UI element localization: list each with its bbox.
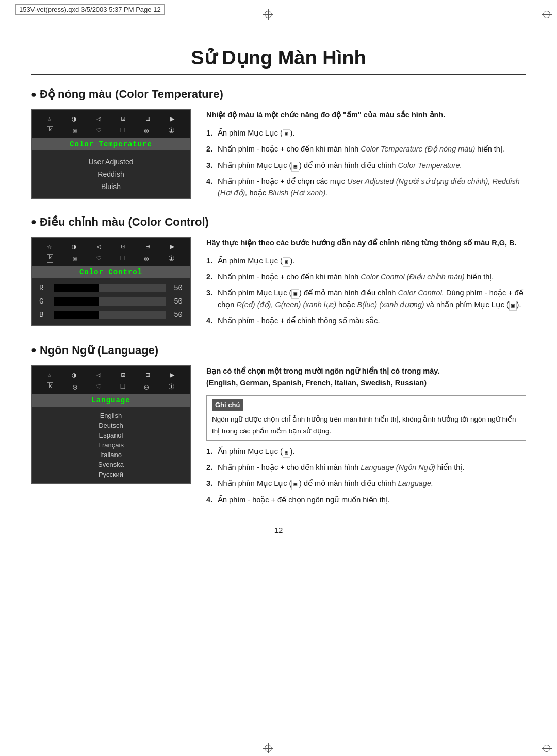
lang-deutsch: Deutsch: [47, 421, 174, 430]
section1-header: Độ nóng màu (Color Temperature): [31, 88, 526, 101]
info-icon3: ①: [168, 382, 175, 391]
info-icon: ①: [168, 126, 175, 135]
brightness-icon: ☆: [47, 114, 52, 123]
osd-color-b: B 50: [32, 308, 190, 322]
osd3-icons-row2: k ◎ ♡ □ ◎ ①: [32, 381, 190, 394]
section1-instructions: Nhiệt độ màu là một chức năng đo độ "ấm"…: [206, 109, 526, 203]
heart-icon2: ♡: [96, 254, 101, 263]
section1-step4: 4. Nhấn phím - hoặc + để chọn các mục Us…: [206, 176, 526, 199]
section1-step3: 3. Nhấn phím Mục Lục (▣) để mở màn hình …: [206, 160, 526, 172]
page-number: 12: [31, 526, 526, 534]
back-icon: ◁: [96, 114, 101, 123]
section3-body: ☆ ◑ ◁ ⊡ ⊞ ▶ k ◎ ♡ □ ◎ ① Language English…: [31, 365, 526, 510]
step-text: Ấn phím Mục Lục (▣).: [218, 446, 294, 458]
section3-osd-title: Language: [32, 394, 190, 407]
step-num: 3.: [206, 478, 218, 490]
osd-color-g: G 50: [32, 295, 190, 308]
lang-francais: Français: [47, 440, 174, 450]
k-icon: k: [47, 126, 54, 135]
osd-b-fill: [54, 311, 99, 319]
section3-step3: 3. Nhấn phím Mục Lục (▣) để mở màn hình …: [206, 478, 526, 490]
back-icon2: ◁: [96, 242, 101, 251]
section2-header: Điều chỉnh màu (Color Control): [31, 215, 526, 229]
heart-icon: ♡: [96, 126, 101, 135]
k-icon2: k: [47, 254, 54, 263]
circle-icon: ◎: [144, 126, 149, 135]
section3-note: Ghi chú Ngôn ngữ được chọn chỉ ảnh hưởng…: [206, 395, 526, 441]
step-text: Nhấn phím Mục Lục (▣) để mở màn hình điề…: [218, 287, 526, 311]
step-num: 4.: [206, 315, 218, 327]
section2-body: ☆ ◑ ◁ ⊡ ⊞ ▶ k ◎ ♡ □ ◎ ① Color Control R: [31, 237, 526, 331]
osd-g-value: 50: [170, 297, 183, 306]
headphone-icon2: ◎: [73, 254, 77, 263]
step-num: 1.: [206, 446, 218, 458]
section3-osd-lang: English Deutsch Español Français Italian…: [32, 407, 190, 483]
section3-instructions: Bạn có thể chọn một trong mười ngôn ngữ …: [206, 365, 526, 510]
lang-svenska: Svenska: [47, 460, 174, 469]
step-text: Nhấn phím - hoặc + để chọn các mục User …: [218, 176, 526, 199]
note-title: Ghi chú: [212, 399, 243, 411]
note-text: Ngôn ngữ được chọn chỉ ảnh hưởng trên mà…: [212, 415, 516, 435]
section2-step4: 4. Nhấn phím - hoặc + để chỉnh thông số …: [206, 315, 526, 327]
headphone-icon: ◎: [73, 126, 77, 135]
step-text: Nhấn phím - hoặc + cho đến khi màn hình …: [218, 143, 504, 155]
step-text: Ấn phím - hoặc + để chọn ngôn ngữ muốn h…: [218, 494, 390, 506]
position-icon3: ⊡: [121, 371, 125, 379]
step-text: Nhấn phím Mục Lục (▣) để mở màn hình điề…: [218, 478, 433, 490]
section3-intro-italic: (English, German, Spanish, French, Itali…: [206, 379, 427, 387]
section1-body: ☆ ◑ ◁ ⊡ ⊞ ▶ k ◎ ♡ □ ◎ ① Color Temperatur…: [31, 109, 526, 203]
section2-step1: 1. Ấn phím Mục Lục (▣).: [206, 255, 526, 267]
brightness-icon3: ☆: [47, 371, 52, 379]
section3-intro-bold-text: Bạn có thể chọn một trong mười ngôn ngữ …: [206, 367, 439, 375]
section1-osd: ☆ ◑ ◁ ⊡ ⊞ ▶ k ◎ ♡ □ ◎ ① Color Temperatur…: [31, 109, 191, 199]
position-icon: ⊡: [121, 114, 125, 123]
step-text: Ấn phím Mục Lục (▣).: [218, 255, 294, 267]
header-watermark: 153V-vet(press).qxd 3/5/2003 5:37 PM Pag…: [15, 4, 165, 15]
osd-r-label: R: [39, 284, 50, 292]
heart-icon3: ♡: [96, 382, 101, 391]
size-icon2: ⊞: [145, 242, 150, 251]
brightness-icon2: ☆: [47, 242, 52, 251]
info-icon2: ①: [168, 254, 175, 263]
step-num: 1.: [206, 127, 218, 139]
square-icon2: □: [121, 254, 125, 263]
osd-b-value: 50: [170, 311, 183, 319]
section1-osd-menu: User Adjusted Reddish Bluish: [32, 150, 190, 198]
circle-icon3: ◎: [144, 382, 149, 391]
osd-r-bar: [54, 284, 166, 292]
step-text: Nhấn phím - hoặc + để chỉnh thông số màu…: [218, 315, 380, 326]
lang-espanol: Español: [47, 430, 174, 440]
section1-step1: 1. Ấn phím Mục Lục (▣).: [206, 127, 526, 139]
page-title: Sử Dụng Màn Hình: [31, 46, 526, 75]
section2-intro: Hãy thực hiện theo các bước hướng dẫn nà…: [206, 237, 526, 249]
osd-g-label: G: [39, 297, 50, 306]
step-num: 4.: [206, 176, 218, 188]
position-icon2: ⊡: [121, 242, 125, 251]
osd-icons-row1: ☆ ◑ ◁ ⊡ ⊞ ▶: [32, 110, 190, 125]
section2-osd-title: Color Control: [32, 266, 190, 278]
section3-header: Ngôn Ngữ (Language): [31, 344, 526, 357]
step-text: Nhấn phím - hoặc + cho đến khi màn hình …: [218, 271, 494, 282]
section1-intro: Nhiệt độ màu là một chức năng đo độ "ấm"…: [206, 109, 526, 121]
section2-step3: 3. Nhấn phím Mục Lục (▣) để mở màn hình …: [206, 287, 526, 311]
section2-osd: ☆ ◑ ◁ ⊡ ⊞ ▶ k ◎ ♡ □ ◎ ① Color Control R: [31, 237, 191, 326]
k-icon3: k: [47, 382, 54, 391]
lang-italiano: Italiano: [47, 450, 174, 460]
section3-intro-bold: Bạn có thể chọn một trong mười ngôn ngữ …: [206, 365, 526, 389]
osd2-icons-row2: k ◎ ♡ □ ◎ ①: [32, 253, 190, 266]
osd-menu-item-reddish: Reddish: [42, 168, 179, 180]
osd-menu-item-bluish: Bluish: [42, 180, 179, 193]
osd2-icons-row1: ☆ ◑ ◁ ⊡ ⊞ ▶: [32, 238, 190, 253]
lang-russian: Русский: [47, 469, 174, 479]
osd-g-bar: [54, 297, 166, 306]
step-num: 4.: [206, 494, 218, 506]
section2-step2: 2. Nhấn phím - hoặc + cho đến khi màn hì…: [206, 271, 526, 283]
square-icon: □: [121, 126, 125, 135]
osd3-icons-row1: ☆ ◑ ◁ ⊡ ⊞ ▶: [32, 366, 190, 381]
osd-r-fill: [54, 284, 99, 292]
video-icon: ▶: [170, 114, 174, 123]
size-icon3: ⊞: [145, 371, 150, 379]
step-num: 2.: [206, 143, 218, 155]
section3-step1: 1. Ấn phím Mục Lục (▣).: [206, 446, 526, 458]
lang-english: English: [47, 411, 174, 421]
